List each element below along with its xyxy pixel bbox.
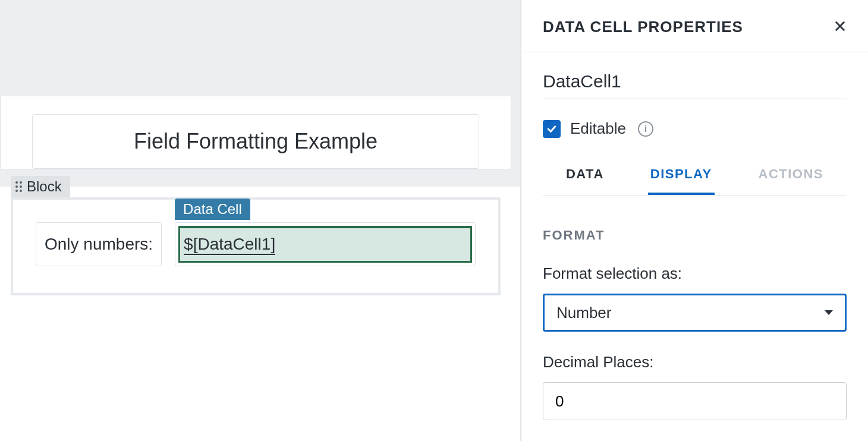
properties-panel: DATA CELL PROPERTIES Editable i DATA DIS… bbox=[520, 0, 868, 441]
page-title: Field Formatting Example bbox=[134, 129, 378, 154]
drag-handle-icon[interactable] bbox=[15, 181, 22, 192]
checkmark-icon bbox=[546, 123, 558, 135]
canvas-area: Field Formatting Example Block Only numb… bbox=[0, 0, 520, 441]
tabs: DATA DISPLAY ACTIONS bbox=[543, 162, 847, 196]
panel-title: DATA CELL PROPERTIES bbox=[543, 18, 743, 36]
data-cell-inner[interactable]: $[DataCell1] bbox=[178, 226, 472, 263]
data-cell[interactable]: $[DataCell1] bbox=[175, 222, 476, 266]
canvas-surface: Field Formatting Example bbox=[0, 96, 511, 169]
close-icon bbox=[834, 20, 847, 33]
data-cell-value: $[DataCell1] bbox=[184, 235, 275, 255]
tab-data[interactable]: DATA bbox=[564, 162, 606, 195]
data-cell-tag[interactable]: Data Cell bbox=[175, 199, 250, 220]
chevron-down-icon bbox=[825, 310, 833, 315]
editable-checkbox[interactable] bbox=[543, 120, 561, 138]
editable-label: Editable bbox=[570, 119, 626, 138]
format-select-value: Number bbox=[556, 304, 611, 322]
editable-row: Editable i bbox=[543, 119, 847, 138]
close-button[interactable] bbox=[834, 20, 847, 35]
data-cell-tag-text: Data Cell bbox=[183, 201, 242, 217]
panel-body: Editable i DATA DISPLAY ACTIONS FORMAT F… bbox=[521, 52, 868, 441]
block-row: Only numbers: Data Cell $[DataCell1] bbox=[13, 200, 498, 289]
block-label-text: Block bbox=[27, 178, 62, 195]
data-cell-wrapper: Data Cell $[DataCell1] bbox=[175, 222, 476, 266]
decimal-places-label: Decimal Places: bbox=[543, 353, 847, 371]
format-heading: FORMAT bbox=[543, 228, 847, 243]
label-cell-text: Only numbers: bbox=[45, 235, 153, 254]
info-icon[interactable]: i bbox=[638, 121, 653, 137]
format-selection-label: Format selection as: bbox=[543, 264, 847, 283]
format-select[interactable]: Number bbox=[543, 294, 847, 332]
decimal-places-input[interactable] bbox=[543, 382, 847, 420]
block-container[interactable]: Only numbers: Data Cell $[DataCell1] bbox=[11, 197, 501, 295]
datacell-name-input[interactable] bbox=[543, 68, 847, 99]
panel-header: DATA CELL PROPERTIES bbox=[521, 0, 868, 52]
block-label[interactable]: Block bbox=[11, 176, 70, 197]
label-cell[interactable]: Only numbers: bbox=[36, 222, 162, 266]
tab-display[interactable]: DISPLAY bbox=[648, 162, 715, 195]
page-title-card[interactable]: Field Formatting Example bbox=[32, 114, 479, 169]
tab-actions: ACTIONS bbox=[756, 162, 826, 195]
